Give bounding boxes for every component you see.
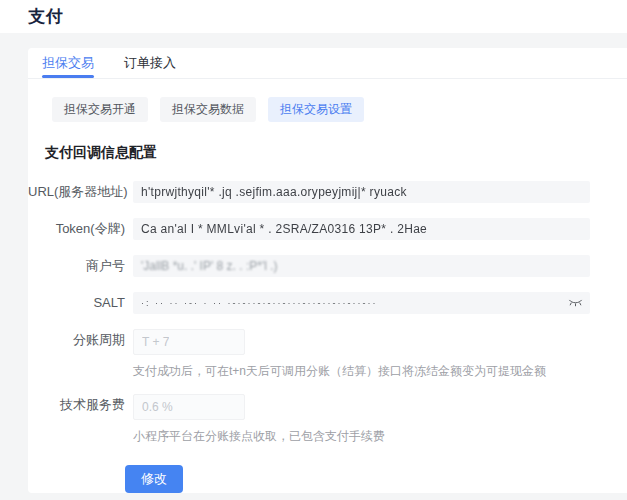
tab-label: 担保交易 [42,54,94,72]
service-fee-value: 0.6 % [142,400,173,414]
eye-invisible-icon[interactable] [568,292,583,314]
callback-config-form: URL(服务器地址) h'tprwjthyqil'* .jq .sejfim.a… [28,181,627,444]
token-row: Token(令牌) Ca an'al I * MMLvi'al * . 2SRA… [28,218,627,240]
merchant-id-value: 'JallB *u. .' IP' 8 z. . :P*'l .) [141,259,278,273]
merchant-id-label: 商户号 [28,255,125,277]
url-label: URL(服务器地址) [28,181,125,203]
split-cycle-row: 分账周期 T + 7 支付成功后，可在t+n天后可调用分账（结算）接口将冻结金额… [28,329,627,379]
salt-row: SALT ·: ·· ·· ·-· · ·· ·-·-··-·-··-···-·… [28,292,627,314]
token-value: Ca an'al I * MMLvi'al * . 2SRA/ZA0316 13… [141,222,427,236]
url-input[interactable]: h'tprwjthyqil'* .jq .sejfim.aaa.orypeyjm… [133,181,590,203]
salt-value: ·: ·· ·· ·-· · ·· ·-·-··-·-··-···-··-··-… [141,299,377,308]
split-cycle-label: 分账周期 [28,329,125,351]
service-fee-input[interactable]: 0.6 % [133,394,245,420]
guaranteed-trade-settings-button[interactable]: 担保交易设置 [268,97,364,122]
salt-input[interactable]: ·: ·· ·· ·-· · ·· ·-·-··-·-··-···-··-··-… [133,292,590,314]
service-fee-help-text: 小程序平台在分账接点收取，已包含支付手续费 [133,428,627,444]
merchant-row: 商户号 'JallB *u. .' IP' 8 z. . :P*'l .) [28,255,627,277]
url-row: URL(服务器地址) h'tprwjthyqil'* .jq .sejfim.a… [28,181,627,203]
split-cycle-value: T + 7 [142,335,169,349]
split-cycle-input[interactable]: T + 7 [133,329,245,355]
modify-button[interactable]: 修改 [125,465,183,493]
service-fee-row: 技术服务费 0.6 % 小程序平台在分账接点收取，已包含支付手续费 [28,394,627,444]
tab-guaranteed-trade[interactable]: 担保交易 [42,48,94,78]
page-header: 支付 [0,0,627,33]
service-fee-label: 技术服务费 [28,394,125,416]
merchant-id-input[interactable]: 'JallB *u. .' IP' 8 z. . :P*'l .) [133,255,590,277]
split-cycle-help-text: 支付成功后，可在t+n天后可调用分账（结算）接口将冻结金额变为可提现金额 [133,363,627,379]
token-label: Token(令牌) [28,218,125,240]
sub-nav-buttons: 担保交易开通 担保交易数据 担保交易设置 [52,97,627,122]
section-title: 支付回调信息配置 [45,144,627,162]
page-title: 支付 [28,5,64,28]
salt-label: SALT [28,292,125,314]
guaranteed-trade-open-button[interactable]: 担保交易开通 [52,97,148,122]
tab-label: 订单接入 [124,54,176,72]
tab-order-access[interactable]: 订单接入 [124,48,176,78]
content-card: 担保交易 订单接入 担保交易开通 担保交易数据 担保交易设置 支付回调信息配置 … [28,48,627,493]
guaranteed-trade-data-button[interactable]: 担保交易数据 [160,97,256,122]
token-input[interactable]: Ca an'al I * MMLvi'al * . 2SRA/ZA0316 13… [133,218,590,240]
tab-bar: 担保交易 订单接入 [28,48,627,79]
url-value: h'tprwjthyqil'* .jq .sejfim.aaa.orypeyjm… [141,185,407,199]
